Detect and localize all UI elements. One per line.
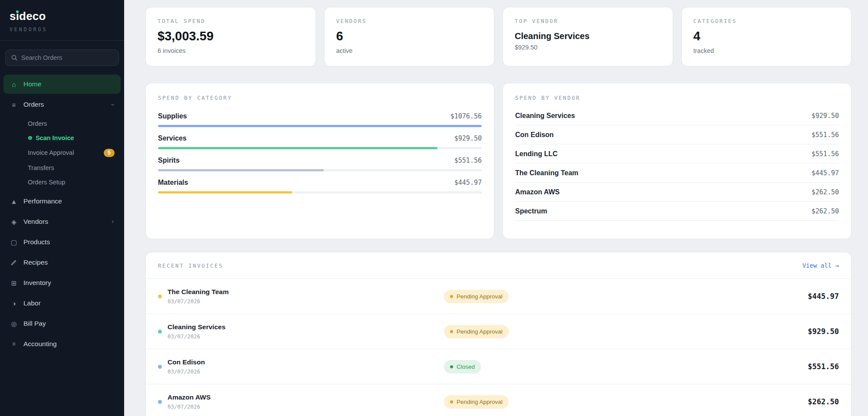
search-box[interactable] <box>5 49 119 66</box>
invoice-vendor: Cleaning Services <box>168 323 226 331</box>
stat-value: 6 <box>336 29 483 43</box>
scan-invoice-icon: ⊕ <box>28 135 33 141</box>
stats-row: TOTAL SPEND $3,003.59 6 invoices VENDORS… <box>145 7 852 66</box>
spend-by-category-panel: SPEND BY CATEGORY Supplies$1076.56 Servi… <box>145 83 494 239</box>
stat-card-total-spend: TOTAL SPEND $3,003.59 6 invoices <box>145 7 316 66</box>
category-bar-list: Supplies$1076.56 Services$929.50 Spirits… <box>158 112 482 193</box>
sidebar-item-vendors[interactable]: ◈ Vendors › <box>3 212 121 231</box>
progress-bar <box>158 191 482 193</box>
sidebar-item-transfers[interactable]: Transfers <box>3 161 121 175</box>
invoice-vendor: The Cleaning Team <box>168 288 229 296</box>
status-dot-icon <box>450 295 453 298</box>
category-row: Supplies$1076.56 <box>158 112 482 127</box>
triangle-icon: ▲ <box>10 198 18 205</box>
stat-card-vendors: VENDORS 6 active <box>324 7 495 66</box>
invoice-date: 03/07/2026 <box>168 403 210 410</box>
square-icon: ▢ <box>10 239 18 246</box>
double-circle-icon: ◎ <box>10 321 18 327</box>
stat-label: TOTAL SPEND <box>158 18 304 24</box>
sidebar-item-home[interactable]: ⌂ Home <box>3 75 121 94</box>
sidebar-item-inventory[interactable]: ⊞ Inventory <box>3 273 121 292</box>
sidebar-item-bill-pay[interactable]: ◎ Bill Pay <box>3 314 121 333</box>
main-content: TOTAL SPEND $3,003.59 6 invoices VENDORS… <box>124 0 868 416</box>
status-badge: Pending Approval <box>444 395 509 409</box>
progress-bar <box>158 125 482 127</box>
invoice-date: 03/07/2026 <box>168 298 229 305</box>
status-badge: Pending Approval <box>444 325 509 338</box>
panel-title: SPEND BY CATEGORY <box>158 95 482 101</box>
stat-card-categories: CATEGORIES 4 tracked <box>681 7 852 66</box>
vendor-row: The Cleaning Team$445.97 <box>515 164 839 183</box>
invoice-date: 03/07/2026 <box>168 368 205 375</box>
stat-card-top-vendor: TOP VENDOR Cleaning Services $929.50 <box>503 7 673 66</box>
status-dot-icon <box>450 330 453 333</box>
status-badge: Pending Approval <box>444 290 509 303</box>
invoice-row[interactable]: Cleaning Services 03/07/2026 Pending App… <box>146 314 851 349</box>
invoice-amount: $445.97 <box>743 292 839 301</box>
progress-bar <box>158 169 482 171</box>
invoice-dot <box>158 400 162 404</box>
invoice-row[interactable]: Amazon AWS 03/07/2026 Pending Approval $… <box>146 384 851 416</box>
stat-value: $3,003.59 <box>158 29 304 43</box>
stat-sub: tracked <box>694 47 840 54</box>
category-row: Services$929.50 <box>158 134 482 149</box>
sidebar-item-products[interactable]: ▢ Products <box>3 233 121 252</box>
menu-icon: ≡ <box>10 102 18 108</box>
sidebar-item-scan-invoice[interactable]: ⊕ Scan Invoice <box>3 131 121 145</box>
view-all-link[interactable]: View all → <box>802 262 839 269</box>
invoice-vendor: Con Edison <box>168 358 205 366</box>
status-dot-icon <box>450 365 453 368</box>
sidebar-item-orders-sub[interactable]: Orders <box>3 116 121 131</box>
invoice-dot <box>158 330 162 334</box>
sidebar: sideco VENDOROS ⌂ Home ≡ Orders › Orders… <box>0 0 124 416</box>
sidebar-item-accounting[interactable]: ≡ Accounting <box>3 334 121 354</box>
logo-text-rest: deco <box>19 10 46 23</box>
vendor-row: Amazon AWS$262.50 <box>515 183 839 202</box>
sidebar-item-orders[interactable]: ≡ Orders › <box>3 95 121 114</box>
recent-invoices-panel: RECENT INVOICES View all → The Cleaning … <box>145 252 852 416</box>
sidebar-item-performance[interactable]: ▲ Performance <box>3 192 121 211</box>
sidebar-nav: ⌂ Home ≡ Orders › Orders ⊕ Scan Invoice … <box>0 69 124 355</box>
invoice-row[interactable]: Con Edison 03/07/2026 Closed $551.56 <box>146 349 851 384</box>
diamond-icon: ◈ <box>10 219 18 225</box>
chevron-down-icon: › <box>109 102 116 106</box>
invoice-amount: $262.50 <box>743 397 839 406</box>
brand-block: sideco VENDOROS <box>0 0 124 41</box>
sidebar-item-invoice-approval[interactable]: Invoice Approval 5 <box>3 145 121 161</box>
stat-value: Cleaning Services <box>515 31 661 41</box>
stat-sub: $929.50 <box>515 44 661 51</box>
invoice-dot <box>158 365 162 369</box>
sidebar-item-recipes[interactable]: Recipes <box>3 253 121 272</box>
half-circle-icon: ◑ <box>10 300 18 307</box>
logo-text: s <box>10 10 16 23</box>
progress-bar <box>158 147 482 149</box>
spend-by-vendor-panel: SPEND BY VENDOR Cleaning Services$929.50… <box>503 83 852 239</box>
invoice-vendor: Amazon AWS <box>168 393 210 401</box>
category-row: Materials$445.97 <box>158 179 482 193</box>
sidebar-item-labor[interactable]: ◑ Labor <box>3 294 121 313</box>
grid-icon: ⊞ <box>10 280 18 286</box>
stat-label: TOP VENDOR <box>515 18 661 24</box>
vendor-row: Spectrum$262.50 <box>515 202 839 221</box>
app-logo: sideco <box>10 10 115 23</box>
invoice-amount: $551.56 <box>743 362 839 371</box>
panel-title: RECENT INVOICES <box>158 262 223 269</box>
orders-submenu: Orders ⊕ Scan Invoice Invoice Approval 5… <box>3 115 121 192</box>
invoice-date: 03/07/2026 <box>168 333 226 340</box>
lines-icon: ≡ <box>10 341 18 347</box>
stat-sub: 6 invoices <box>158 47 304 54</box>
panels-row: SPEND BY CATEGORY Supplies$1076.56 Servi… <box>145 83 852 239</box>
invoice-row[interactable]: The Cleaning Team 03/07/2026 Pending App… <box>146 279 851 314</box>
stat-label: CATEGORIES <box>694 18 840 24</box>
status-badge: Closed <box>444 360 481 373</box>
stat-value: 4 <box>694 29 840 43</box>
vendor-list: Cleaning Services$929.50 Con Edison$551.… <box>515 106 839 221</box>
logo-green-dot-i: i <box>16 10 19 23</box>
status-dot-icon <box>450 400 453 403</box>
search-input[interactable] <box>21 54 113 61</box>
brand-subtitle: VENDOROS <box>10 26 115 33</box>
approval-count-badge: 5 <box>104 149 115 157</box>
chevron-right-icon: › <box>111 219 115 225</box>
sidebar-item-orders-setup[interactable]: Orders Setup <box>3 175 121 189</box>
stat-label: VENDORS <box>336 18 483 24</box>
